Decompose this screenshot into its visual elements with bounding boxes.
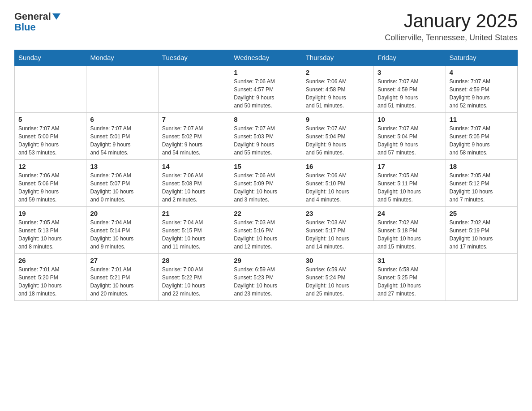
column-header-tuesday: Tuesday bbox=[158, 50, 230, 66]
title-area: January 2025 Collierville, Tennessee, Un… bbox=[385, 11, 518, 43]
logo-general-text: General bbox=[14, 11, 51, 22]
day-info: Sunrise: 7:07 AM Sunset: 5:03 PM Dayligh… bbox=[234, 124, 298, 157]
day-number: 27 bbox=[90, 257, 154, 264]
day-info: Sunrise: 7:07 AM Sunset: 5:04 PM Dayligh… bbox=[378, 124, 442, 157]
calendar-cell: 29Sunrise: 6:59 AM Sunset: 5:23 PM Dayli… bbox=[230, 254, 302, 301]
day-info: Sunrise: 7:06 AM Sunset: 5:09 PM Dayligh… bbox=[234, 171, 298, 204]
day-number: 1 bbox=[234, 68, 298, 76]
calendar-cell bbox=[446, 254, 517, 301]
day-info: Sunrise: 7:07 AM Sunset: 5:00 PM Dayligh… bbox=[18, 124, 82, 157]
day-info: Sunrise: 7:07 AM Sunset: 5:02 PM Dayligh… bbox=[162, 124, 226, 157]
day-number: 6 bbox=[90, 116, 154, 123]
calendar-cell: 25Sunrise: 7:02 AM Sunset: 5:19 PM Dayli… bbox=[446, 207, 517, 254]
calendar-cell: 13Sunrise: 7:06 AM Sunset: 5:07 PM Dayli… bbox=[86, 160, 158, 207]
day-info: Sunrise: 7:05 AM Sunset: 5:11 PM Dayligh… bbox=[378, 171, 442, 204]
day-number: 31 bbox=[378, 257, 442, 264]
calendar-week-row: 12Sunrise: 7:06 AM Sunset: 5:06 PM Dayli… bbox=[15, 160, 518, 207]
calendar-cell: 30Sunrise: 6:59 AM Sunset: 5:24 PM Dayli… bbox=[302, 254, 373, 301]
day-info: Sunrise: 7:06 AM Sunset: 4:58 PM Dayligh… bbox=[306, 77, 370, 110]
calendar-cell: 17Sunrise: 7:05 AM Sunset: 5:11 PM Dayli… bbox=[374, 160, 446, 207]
calendar-cell: 28Sunrise: 7:00 AM Sunset: 5:22 PM Dayli… bbox=[158, 254, 230, 301]
day-info: Sunrise: 7:05 AM Sunset: 5:12 PM Dayligh… bbox=[450, 171, 514, 204]
calendar-cell bbox=[15, 65, 86, 113]
day-info: Sunrise: 7:03 AM Sunset: 5:17 PM Dayligh… bbox=[306, 218, 370, 251]
day-number: 26 bbox=[18, 257, 82, 264]
column-header-thursday: Thursday bbox=[302, 50, 373, 66]
calendar-cell: 19Sunrise: 7:05 AM Sunset: 5:13 PM Dayli… bbox=[15, 207, 86, 254]
calendar-week-row: 5Sunrise: 7:07 AM Sunset: 5:00 PM Daylig… bbox=[15, 113, 518, 160]
logo-blue-text: Blue bbox=[14, 21, 36, 33]
calendar-week-row: 19Sunrise: 7:05 AM Sunset: 5:13 PM Dayli… bbox=[15, 207, 518, 254]
calendar-cell: 7Sunrise: 7:07 AM Sunset: 5:02 PM Daylig… bbox=[158, 113, 230, 160]
day-number: 16 bbox=[306, 163, 370, 170]
day-info: Sunrise: 6:59 AM Sunset: 5:24 PM Dayligh… bbox=[306, 265, 370, 298]
calendar-cell: 1Sunrise: 7:06 AM Sunset: 4:57 PM Daylig… bbox=[230, 65, 302, 113]
day-info: Sunrise: 7:07 AM Sunset: 4:59 PM Dayligh… bbox=[378, 77, 442, 110]
calendar-cell: 27Sunrise: 7:01 AM Sunset: 5:21 PM Dayli… bbox=[86, 254, 158, 301]
day-info: Sunrise: 7:02 AM Sunset: 5:19 PM Dayligh… bbox=[450, 218, 514, 251]
day-number: 10 bbox=[378, 116, 442, 123]
calendar-cell: 5Sunrise: 7:07 AM Sunset: 5:00 PM Daylig… bbox=[15, 113, 86, 160]
day-number: 5 bbox=[18, 116, 82, 123]
day-number: 9 bbox=[306, 116, 370, 123]
calendar-cell bbox=[158, 65, 230, 113]
calendar-week-row: 1Sunrise: 7:06 AM Sunset: 4:57 PM Daylig… bbox=[15, 65, 518, 113]
day-info: Sunrise: 7:06 AM Sunset: 4:57 PM Dayligh… bbox=[234, 77, 298, 110]
day-info: Sunrise: 7:01 AM Sunset: 5:21 PM Dayligh… bbox=[90, 265, 154, 298]
column-header-wednesday: Wednesday bbox=[230, 50, 302, 66]
day-info: Sunrise: 7:05 AM Sunset: 5:13 PM Dayligh… bbox=[18, 218, 82, 251]
day-info: Sunrise: 7:02 AM Sunset: 5:18 PM Dayligh… bbox=[378, 218, 442, 251]
calendar-cell: 8Sunrise: 7:07 AM Sunset: 5:03 PM Daylig… bbox=[230, 113, 302, 160]
calendar-cell: 24Sunrise: 7:02 AM Sunset: 5:18 PM Dayli… bbox=[374, 207, 446, 254]
day-number: 3 bbox=[378, 68, 442, 76]
calendar-cell: 6Sunrise: 7:07 AM Sunset: 5:01 PM Daylig… bbox=[86, 113, 158, 160]
calendar-cell bbox=[86, 65, 158, 113]
column-header-saturday: Saturday bbox=[446, 50, 517, 66]
day-info: Sunrise: 6:59 AM Sunset: 5:23 PM Dayligh… bbox=[234, 265, 298, 298]
day-info: Sunrise: 7:07 AM Sunset: 5:05 PM Dayligh… bbox=[450, 124, 514, 157]
logo: General Blue bbox=[14, 11, 60, 33]
column-header-sunday: Sunday bbox=[15, 50, 86, 66]
day-number: 12 bbox=[18, 163, 82, 170]
day-number: 23 bbox=[306, 210, 370, 217]
day-number: 13 bbox=[90, 163, 154, 170]
day-number: 14 bbox=[162, 163, 226, 170]
calendar-cell: 14Sunrise: 7:06 AM Sunset: 5:08 PM Dayli… bbox=[158, 160, 230, 207]
day-number: 18 bbox=[450, 163, 514, 170]
day-info: Sunrise: 7:04 AM Sunset: 5:15 PM Dayligh… bbox=[162, 218, 226, 251]
day-number: 25 bbox=[450, 210, 514, 217]
day-number: 17 bbox=[378, 163, 442, 170]
day-number: 24 bbox=[378, 210, 442, 217]
column-header-friday: Friday bbox=[374, 50, 446, 66]
calendar-cell: 26Sunrise: 7:01 AM Sunset: 5:20 PM Dayli… bbox=[15, 254, 86, 301]
day-info: Sunrise: 7:03 AM Sunset: 5:16 PM Dayligh… bbox=[234, 218, 298, 251]
calendar-cell: 18Sunrise: 7:05 AM Sunset: 5:12 PM Dayli… bbox=[446, 160, 517, 207]
calendar-cell: 11Sunrise: 7:07 AM Sunset: 5:05 PM Dayli… bbox=[446, 113, 517, 160]
month-title: January 2025 bbox=[385, 11, 518, 31]
calendar-cell: 22Sunrise: 7:03 AM Sunset: 5:16 PM Dayli… bbox=[230, 207, 302, 254]
day-info: Sunrise: 7:06 AM Sunset: 5:07 PM Dayligh… bbox=[90, 171, 154, 204]
day-number: 19 bbox=[18, 210, 82, 217]
column-header-monday: Monday bbox=[86, 50, 158, 66]
day-number: 29 bbox=[234, 257, 298, 264]
day-info: Sunrise: 6:58 AM Sunset: 5:25 PM Dayligh… bbox=[378, 265, 442, 298]
day-number: 21 bbox=[162, 210, 226, 217]
day-number: 8 bbox=[234, 116, 298, 123]
calendar-cell: 9Sunrise: 7:07 AM Sunset: 5:04 PM Daylig… bbox=[302, 113, 373, 160]
calendar-cell: 23Sunrise: 7:03 AM Sunset: 5:17 PM Dayli… bbox=[302, 207, 373, 254]
day-number: 22 bbox=[234, 210, 298, 217]
day-info: Sunrise: 7:00 AM Sunset: 5:22 PM Dayligh… bbox=[162, 265, 226, 298]
day-info: Sunrise: 7:06 AM Sunset: 5:08 PM Dayligh… bbox=[162, 171, 226, 204]
day-number: 30 bbox=[306, 257, 370, 264]
calendar-cell: 21Sunrise: 7:04 AM Sunset: 5:15 PM Dayli… bbox=[158, 207, 230, 254]
calendar-cell: 4Sunrise: 7:07 AM Sunset: 4:59 PM Daylig… bbox=[446, 65, 517, 113]
page-header: General Blue January 2025 Collierville, … bbox=[14, 11, 518, 43]
calendar-cell: 31Sunrise: 6:58 AM Sunset: 5:25 PM Dayli… bbox=[374, 254, 446, 301]
day-info: Sunrise: 7:06 AM Sunset: 5:06 PM Dayligh… bbox=[18, 171, 82, 204]
calendar-cell: 10Sunrise: 7:07 AM Sunset: 5:04 PM Dayli… bbox=[374, 113, 446, 160]
calendar-week-row: 26Sunrise: 7:01 AM Sunset: 5:20 PM Dayli… bbox=[15, 254, 518, 301]
calendar-cell: 15Sunrise: 7:06 AM Sunset: 5:09 PM Dayli… bbox=[230, 160, 302, 207]
calendar-table: SundayMondayTuesdayWednesdayThursdayFrid… bbox=[14, 50, 518, 301]
day-info: Sunrise: 7:07 AM Sunset: 5:01 PM Dayligh… bbox=[90, 124, 154, 157]
day-number: 2 bbox=[306, 68, 370, 76]
